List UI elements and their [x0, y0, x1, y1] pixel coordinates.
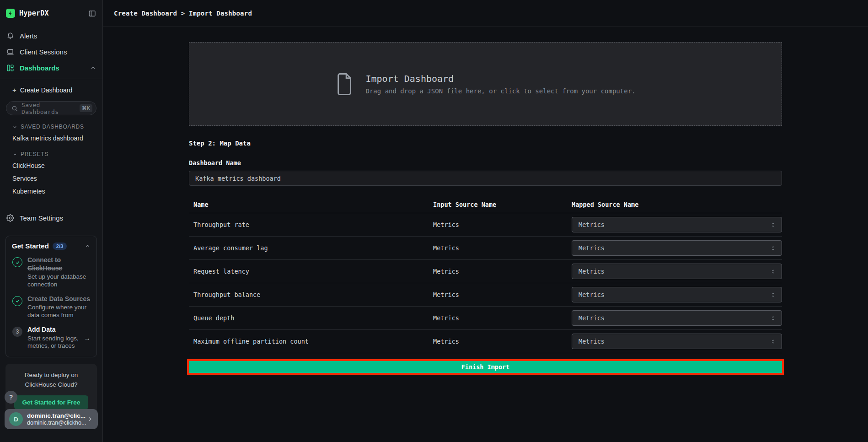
- file-icon: [335, 73, 354, 96]
- chevron-up-icon[interactable]: [85, 243, 91, 249]
- table-header-row: Name Input Source Name Mapped Source Nam…: [189, 196, 782, 213]
- sidebar-item-label: Alerts: [20, 32, 37, 40]
- table-row: Average consumer lag Metrics Metrics: [189, 237, 782, 260]
- get-started-step-connect[interactable]: Connect to ClickHouse Set up your databa…: [12, 256, 91, 289]
- sidebar-nav: Alerts Client Sessions Dashboards: [0, 24, 102, 76]
- logo-row: HyperDX: [0, 0, 102, 24]
- mapping-table: Name Input Source Name Mapped Source Nam…: [189, 196, 782, 353]
- sidebar-item-services[interactable]: Services: [0, 172, 102, 185]
- row-input-source: Metrics: [433, 338, 572, 345]
- get-started-progress-badge: 2/3: [53, 243, 67, 250]
- hyperdx-logo-icon: [6, 9, 15, 18]
- select-value: Metrics: [579, 291, 605, 298]
- step-title: Add Data: [27, 326, 55, 333]
- chevron-right-icon: [87, 416, 93, 422]
- get-started-step-add-data[interactable]: 3 Add Data Start sending logs, metrics, …: [12, 326, 91, 350]
- row-input-source: Metrics: [433, 268, 572, 275]
- finish-import-button[interactable]: Finish Import: [189, 361, 782, 373]
- row-input-source: Metrics: [433, 314, 572, 322]
- select-value: Metrics: [579, 244, 605, 252]
- row-name: Queue depth: [189, 314, 433, 322]
- chevron-selector-icon: [770, 245, 776, 251]
- step-title: Create Data Sources: [27, 295, 90, 302]
- plus-icon: +: [12, 86, 16, 94]
- dashboard-grid-icon: [6, 64, 14, 72]
- table-row: Throughput rate Metrics Metrics: [189, 213, 782, 237]
- row-input-source: Metrics: [433, 244, 572, 252]
- gear-icon: [6, 214, 14, 222]
- help-button[interactable]: ?: [5, 391, 17, 404]
- chevron-down-icon: [12, 152, 17, 157]
- chevron-down-icon: [12, 124, 17, 129]
- main-area: Create Dashboard > Import Dashboard Impo…: [103, 0, 868, 442]
- section-title: SAVED DASHBOARDS: [21, 124, 84, 130]
- avatar: D: [9, 412, 23, 426]
- cloud-card-line2: ClickHouse Cloud?: [11, 380, 91, 390]
- get-started-title: Get Started: [12, 242, 49, 250]
- step-desc: Start sending logs, metrics, or traces: [27, 335, 79, 350]
- search-shortcut-badge: ⌘K: [80, 104, 92, 112]
- column-header-mapped-source: Mapped Source Name: [572, 201, 782, 208]
- chevron-selector-icon: [770, 315, 776, 321]
- get-started-free-button[interactable]: Get Started for Free: [14, 395, 89, 410]
- sidebar-item-kubernetes[interactable]: Kubernetes: [0, 185, 102, 198]
- mapped-source-select[interactable]: Metrics: [572, 287, 782, 302]
- section-title: PRESETS: [21, 151, 48, 157]
- step-desc: Set up your database connection: [27, 273, 91, 289]
- step-heading: Step 2: Map Data: [189, 140, 782, 147]
- profile-name: dominic.tran@clic...: [27, 412, 83, 419]
- sidebar-item-team-settings[interactable]: Team Settings: [0, 210, 102, 226]
- search-icon: [11, 105, 18, 112]
- row-name: Request latency: [189, 268, 433, 275]
- team-settings-label: Team Settings: [20, 214, 63, 222]
- sidebar-item-alerts[interactable]: Alerts: [0, 28, 102, 44]
- sidebar-item-label: Client Sessions: [20, 48, 67, 56]
- profile-email: dominic.tran@clickho...: [27, 420, 83, 426]
- row-name: Throughput balance: [189, 291, 433, 298]
- search-placeholder: Saved Dashboards: [21, 102, 76, 115]
- select-value: Metrics: [579, 314, 605, 322]
- arrow-right-icon: →: [84, 334, 91, 342]
- create-dashboard-button[interactable]: + Create Dashboard: [0, 79, 102, 97]
- sidebar-item-kafka-metrics-dashboard[interactable]: Kafka metrics dashboard: [0, 132, 102, 145]
- row-name: Average consumer lag: [189, 244, 433, 252]
- row-name: Throughput rate: [189, 221, 433, 228]
- mapped-source-select[interactable]: Metrics: [572, 217, 782, 232]
- row-input-source: Metrics: [433, 221, 572, 228]
- row-name: Maximum offline partition count: [189, 338, 433, 345]
- table-row: Queue depth Metrics Metrics: [189, 307, 782, 330]
- sidebar-item-client-sessions[interactable]: Client Sessions: [0, 44, 102, 60]
- laptop-icon: [6, 48, 14, 56]
- dropzone-title: Import Dashboard: [365, 73, 635, 84]
- get-started-step-sources[interactable]: Create Data Sources Configure where your…: [12, 295, 91, 319]
- column-header-input-source: Input Source Name: [433, 201, 572, 208]
- import-dropzone[interactable]: Import Dashboard Drag and drop a JSON fi…: [189, 42, 782, 126]
- bell-icon: [6, 32, 14, 40]
- sidebar-collapse-icon[interactable]: [88, 10, 96, 17]
- mapped-source-select[interactable]: Metrics: [572, 264, 782, 279]
- mapped-source-select[interactable]: Metrics: [572, 310, 782, 326]
- dashboard-name-label: Dashboard Name: [189, 159, 782, 167]
- table-row: Request latency Metrics Metrics: [189, 260, 782, 283]
- presets-section-header[interactable]: PRESETS: [0, 145, 102, 159]
- chevron-up-icon[interactable]: [90, 65, 96, 71]
- get-started-panel: Get Started 2/3 Connect to ClickHouse Se…: [5, 236, 97, 357]
- dashboard-name-input[interactable]: [189, 171, 782, 186]
- mapped-source-select[interactable]: Metrics: [572, 240, 782, 256]
- app-title: HyperDX: [19, 9, 49, 17]
- chevron-selector-icon: [770, 222, 776, 228]
- saved-dashboards-search-input[interactable]: Saved Dashboards ⌘K: [6, 101, 96, 115]
- user-profile-button[interactable]: D dominic.tran@clic... dominic.tran@clic…: [5, 409, 98, 429]
- create-dashboard-label: Create Dashboard: [20, 86, 72, 94]
- breadcrumb: Create Dashboard > Import Dashboard: [114, 10, 252, 17]
- mapped-source-select[interactable]: Metrics: [572, 334, 782, 349]
- cloud-card-line1: Ready to deploy on: [11, 371, 91, 380]
- step-title: Connect to ClickHouse: [27, 256, 62, 272]
- sidebar-item-label: Dashboards: [20, 64, 59, 72]
- chevron-selector-icon: [770, 339, 776, 345]
- check-circle-icon: [12, 257, 22, 267]
- sidebar-item-dashboards[interactable]: Dashboards: [0, 60, 102, 76]
- sidebar-item-clickhouse[interactable]: ClickHouse: [0, 159, 102, 172]
- saved-dashboards-section-header[interactable]: SAVED DASHBOARDS: [0, 117, 102, 132]
- table-row: Maximum offline partition count Metrics …: [189, 330, 782, 353]
